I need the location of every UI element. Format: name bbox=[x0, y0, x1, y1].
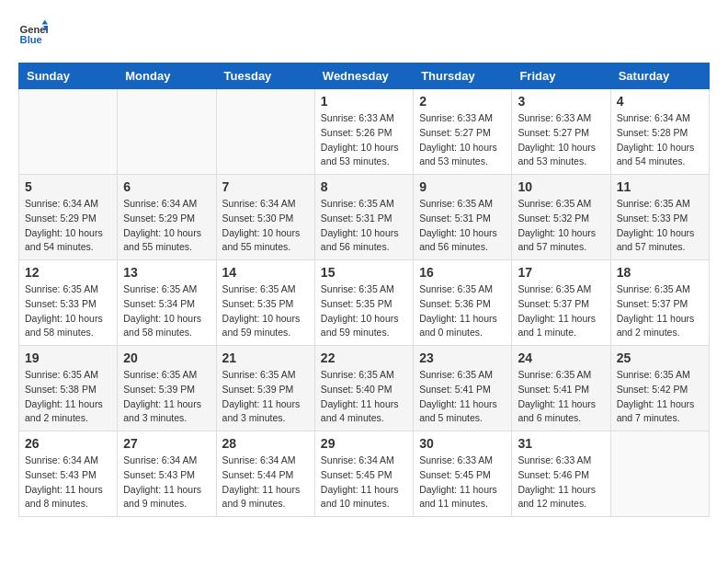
day-info: Sunrise: 6:34 AMSunset: 5:44 PMDaylight:… bbox=[222, 454, 309, 511]
day-number: 2 bbox=[419, 94, 506, 109]
day-info: Sunrise: 6:35 AMSunset: 5:42 PMDaylight:… bbox=[617, 368, 703, 426]
day-info: Sunrise: 6:35 AMSunset: 5:37 PMDaylight:… bbox=[518, 282, 604, 340]
svg-text:General: General bbox=[20, 24, 48, 35]
day-number: 6 bbox=[123, 179, 210, 194]
logo-icon: General Blue bbox=[18, 18, 48, 48]
day-number: 12 bbox=[25, 265, 111, 280]
calendar-week-row: 26Sunrise: 6:34 AMSunset: 5:43 PMDayligh… bbox=[19, 431, 710, 517]
calendar-cell: 10Sunrise: 6:35 AMSunset: 5:32 PMDayligh… bbox=[512, 175, 610, 260]
day-number: 29 bbox=[321, 436, 407, 451]
day-info: Sunrise: 6:35 AMSunset: 5:33 PMDaylight:… bbox=[617, 197, 703, 255]
day-info: Sunrise: 6:35 AMSunset: 5:36 PMDaylight:… bbox=[419, 282, 506, 340]
calendar-cell: 3Sunrise: 6:33 AMSunset: 5:27 PMDaylight… bbox=[512, 89, 610, 175]
day-number: 20 bbox=[123, 350, 210, 365]
day-number: 5 bbox=[25, 179, 111, 194]
svg-text:Blue: Blue bbox=[20, 34, 42, 45]
day-number: 31 bbox=[518, 436, 604, 451]
calendar-week-row: 1Sunrise: 6:33 AMSunset: 5:26 PMDaylight… bbox=[19, 89, 710, 175]
day-info: Sunrise: 6:35 AMSunset: 5:35 PMDaylight:… bbox=[321, 282, 407, 340]
calendar-cell: 1Sunrise: 6:33 AMSunset: 5:26 PMDaylight… bbox=[314, 89, 413, 175]
weekday-header: Tuesday bbox=[216, 63, 314, 89]
calendar-cell: 22Sunrise: 6:35 AMSunset: 5:40 PMDayligh… bbox=[314, 346, 413, 431]
calendar-cell: 29Sunrise: 6:34 AMSunset: 5:45 PMDayligh… bbox=[314, 431, 413, 517]
calendar-cell bbox=[610, 431, 709, 517]
calendar-cell bbox=[118, 89, 216, 175]
calendar-cell: 12Sunrise: 6:35 AMSunset: 5:33 PMDayligh… bbox=[19, 260, 118, 346]
day-number: 11 bbox=[617, 179, 703, 194]
day-info: Sunrise: 6:34 AMSunset: 5:29 PMDaylight:… bbox=[123, 197, 210, 255]
calendar-cell: 25Sunrise: 6:35 AMSunset: 5:42 PMDayligh… bbox=[610, 346, 709, 431]
calendar-week-row: 5Sunrise: 6:34 AMSunset: 5:29 PMDaylight… bbox=[19, 175, 710, 260]
weekday-header: Sunday bbox=[19, 63, 118, 89]
calendar-cell: 2Sunrise: 6:33 AMSunset: 5:27 PMDaylight… bbox=[414, 89, 512, 175]
page-header: General Blue bbox=[18, 18, 710, 48]
logo: General Blue bbox=[18, 18, 51, 48]
day-info: Sunrise: 6:35 AMSunset: 5:41 PMDaylight:… bbox=[419, 368, 506, 426]
day-number: 22 bbox=[321, 350, 407, 365]
calendar-cell: 31Sunrise: 6:33 AMSunset: 5:46 PMDayligh… bbox=[512, 431, 610, 517]
weekday-header: Friday bbox=[512, 63, 610, 89]
day-number: 18 bbox=[617, 265, 703, 280]
day-number: 24 bbox=[518, 350, 604, 365]
day-info: Sunrise: 6:34 AMSunset: 5:29 PMDaylight:… bbox=[25, 197, 111, 255]
calendar-cell: 24Sunrise: 6:35 AMSunset: 5:41 PMDayligh… bbox=[512, 346, 610, 431]
day-info: Sunrise: 6:33 AMSunset: 5:27 PMDaylight:… bbox=[518, 111, 604, 169]
day-info: Sunrise: 6:33 AMSunset: 5:45 PMDaylight:… bbox=[419, 454, 506, 511]
calendar-week-row: 19Sunrise: 6:35 AMSunset: 5:38 PMDayligh… bbox=[19, 346, 710, 431]
calendar-cell: 6Sunrise: 6:34 AMSunset: 5:29 PMDaylight… bbox=[118, 175, 216, 260]
day-info: Sunrise: 6:34 AMSunset: 5:28 PMDaylight:… bbox=[617, 111, 703, 169]
day-number: 26 bbox=[25, 436, 111, 451]
day-info: Sunrise: 6:35 AMSunset: 5:39 PMDaylight:… bbox=[222, 368, 309, 426]
calendar-header-row: SundayMondayTuesdayWednesdayThursdayFrid… bbox=[19, 63, 710, 89]
calendar-cell: 7Sunrise: 6:34 AMSunset: 5:30 PMDaylight… bbox=[216, 175, 314, 260]
weekday-header: Saturday bbox=[610, 63, 709, 89]
calendar-cell: 21Sunrise: 6:35 AMSunset: 5:39 PMDayligh… bbox=[216, 346, 314, 431]
day-number: 16 bbox=[419, 265, 506, 280]
day-number: 10 bbox=[518, 179, 604, 194]
calendar-cell: 14Sunrise: 6:35 AMSunset: 5:35 PMDayligh… bbox=[216, 260, 314, 346]
day-info: Sunrise: 6:35 AMSunset: 5:34 PMDaylight:… bbox=[123, 282, 210, 340]
day-number: 14 bbox=[222, 265, 309, 280]
day-info: Sunrise: 6:35 AMSunset: 5:35 PMDaylight:… bbox=[222, 282, 309, 340]
calendar-cell bbox=[19, 89, 118, 175]
weekday-header: Monday bbox=[118, 63, 216, 89]
day-number: 13 bbox=[123, 265, 210, 280]
calendar-cell: 18Sunrise: 6:35 AMSunset: 5:37 PMDayligh… bbox=[610, 260, 709, 346]
day-info: Sunrise: 6:35 AMSunset: 5:41 PMDaylight:… bbox=[518, 368, 604, 426]
calendar-cell: 4Sunrise: 6:34 AMSunset: 5:28 PMDaylight… bbox=[610, 89, 709, 175]
day-info: Sunrise: 6:34 AMSunset: 5:43 PMDaylight:… bbox=[25, 454, 111, 511]
calendar-cell bbox=[216, 89, 314, 175]
day-number: 4 bbox=[617, 94, 703, 109]
day-info: Sunrise: 6:34 AMSunset: 5:45 PMDaylight:… bbox=[321, 454, 407, 511]
day-info: Sunrise: 6:35 AMSunset: 5:31 PMDaylight:… bbox=[419, 197, 506, 255]
calendar-cell: 16Sunrise: 6:35 AMSunset: 5:36 PMDayligh… bbox=[414, 260, 512, 346]
calendar-cell: 15Sunrise: 6:35 AMSunset: 5:35 PMDayligh… bbox=[314, 260, 413, 346]
day-number: 8 bbox=[321, 179, 407, 194]
calendar-cell: 23Sunrise: 6:35 AMSunset: 5:41 PMDayligh… bbox=[414, 346, 512, 431]
calendar-cell: 9Sunrise: 6:35 AMSunset: 5:31 PMDaylight… bbox=[414, 175, 512, 260]
day-number: 27 bbox=[123, 436, 210, 451]
day-info: Sunrise: 6:35 AMSunset: 5:32 PMDaylight:… bbox=[518, 197, 604, 255]
calendar-cell: 28Sunrise: 6:34 AMSunset: 5:44 PMDayligh… bbox=[216, 431, 314, 517]
day-number: 23 bbox=[419, 350, 506, 365]
calendar-cell: 27Sunrise: 6:34 AMSunset: 5:43 PMDayligh… bbox=[118, 431, 216, 517]
calendar-cell: 26Sunrise: 6:34 AMSunset: 5:43 PMDayligh… bbox=[19, 431, 118, 517]
calendar-cell: 20Sunrise: 6:35 AMSunset: 5:39 PMDayligh… bbox=[118, 346, 216, 431]
calendar-cell: 19Sunrise: 6:35 AMSunset: 5:38 PMDayligh… bbox=[19, 346, 118, 431]
day-number: 17 bbox=[518, 265, 604, 280]
day-info: Sunrise: 6:35 AMSunset: 5:39 PMDaylight:… bbox=[123, 368, 210, 426]
day-info: Sunrise: 6:33 AMSunset: 5:27 PMDaylight:… bbox=[419, 111, 506, 169]
day-number: 1 bbox=[321, 94, 407, 109]
day-info: Sunrise: 6:33 AMSunset: 5:26 PMDaylight:… bbox=[321, 111, 407, 169]
day-info: Sunrise: 6:33 AMSunset: 5:46 PMDaylight:… bbox=[518, 454, 604, 511]
day-number: 3 bbox=[518, 94, 604, 109]
day-number: 9 bbox=[419, 179, 506, 194]
calendar-cell: 5Sunrise: 6:34 AMSunset: 5:29 PMDaylight… bbox=[19, 175, 118, 260]
day-info: Sunrise: 6:35 AMSunset: 5:33 PMDaylight:… bbox=[25, 282, 111, 340]
day-number: 19 bbox=[25, 350, 111, 365]
day-info: Sunrise: 6:35 AMSunset: 5:38 PMDaylight:… bbox=[25, 368, 111, 426]
svg-marker-2 bbox=[42, 20, 48, 25]
calendar-cell: 11Sunrise: 6:35 AMSunset: 5:33 PMDayligh… bbox=[610, 175, 709, 260]
calendar-cell: 30Sunrise: 6:33 AMSunset: 5:45 PMDayligh… bbox=[414, 431, 512, 517]
weekday-header: Wednesday bbox=[314, 63, 413, 89]
